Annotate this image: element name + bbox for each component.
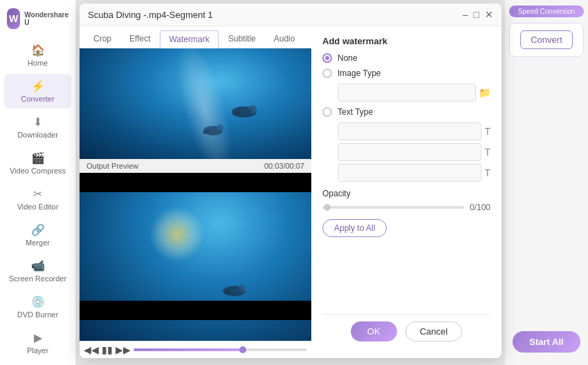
video-controls: ◀◀ ▮▮ ▶▶ [80, 341, 311, 358]
text-inputs-group: T T T [338, 122, 490, 182]
video-section: Crop Effect Watermark Subtitle Audio [80, 26, 311, 358]
option-none-label: None [338, 53, 358, 63]
image-input-row: 📁 [338, 84, 490, 102]
option-text-label: Text Type [338, 107, 373, 117]
pause-button[interactable]: ▮▮ [102, 344, 113, 355]
sidebar-item-video-compress[interactable]: 🎬 Video Compress [4, 146, 71, 180]
cancel-button[interactable]: Cancel [405, 321, 462, 341]
output-scene [80, 173, 311, 341]
tab-subtitle[interactable]: Subtitle [220, 30, 264, 48]
skip-back-button[interactable]: ◀◀ [84, 344, 99, 355]
logo-icon: W [7, 8, 20, 29]
settings-section: Add watermark None Image Type [311, 26, 502, 358]
timecode: 00:03/00:07 [264, 162, 304, 170]
sidebar-item-label: Downloader [17, 131, 58, 139]
dialog-controls: – □ ✕ [463, 9, 493, 20]
text-input-row-2: T [338, 143, 490, 161]
tab-effect[interactable]: Effect [121, 30, 158, 48]
text-input-row-3: T [338, 164, 490, 182]
tab-watermark[interactable]: Watermark [160, 30, 218, 48]
tab-crop[interactable]: Crop [85, 30, 120, 48]
video-editor-icon: ✂ [33, 187, 42, 200]
opacity-section: Opacity 0/100 [322, 189, 490, 212]
opacity-value: 0/100 [470, 203, 490, 212]
player-icon: ▶ [34, 331, 42, 344]
sidebar-item-video-editor[interactable]: ✂ Video Editor [4, 182, 71, 216]
convert-button[interactable]: Convert [520, 30, 573, 49]
start-all-button[interactable]: Start All [513, 331, 580, 353]
option-none-row: None [322, 53, 490, 63]
sidebar-item-toolbox[interactable]: 🧰 Toolbox [4, 362, 71, 365]
dialog: Scuba Diving -.mp4-Segment 1 – □ ✕ Crop [80, 3, 502, 358]
sidebar-item-label: Player [27, 346, 48, 355]
dialog-body: Crop Effect Watermark Subtitle Audio [80, 26, 502, 358]
option-image-label: Image Type [338, 68, 380, 78]
opacity-label: Opacity [322, 189, 490, 198]
apply-all-button[interactable]: Apply to All [322, 219, 387, 237]
dialog-title: Scuba Diving -.mp4-Segment 1 [88, 10, 213, 20]
output-light [149, 207, 205, 262]
folder-icon[interactable]: 📁 [479, 87, 490, 98]
dialog-overlay: Scuba Diving -.mp4-Segment 1 – □ ✕ Crop [76, 0, 505, 365]
output-label-bar: Output Preview 00:03/00:07 [80, 159, 311, 173]
sidebar-item-label: Video Editor [17, 203, 59, 211]
maximize-icon[interactable]: □ [474, 9, 479, 20]
text-input-1[interactable] [338, 122, 481, 140]
sidebar: W Wondershare U 🏠 Home ⚡ Converter ⬇ Dow… [0, 0, 76, 365]
dialog-footer: OK Cancel [322, 314, 490, 348]
option-image-row: Image Type [322, 68, 490, 78]
output-preview-label: Output Preview [86, 162, 138, 170]
sidebar-item-dvd-burner[interactable]: 💿 DVD Burner [4, 290, 71, 324]
tabs: Crop Effect Watermark Subtitle Audio [80, 26, 311, 48]
progress-bar[interactable] [134, 348, 307, 351]
sidebar-item-label: Converter [21, 95, 54, 103]
radio-text[interactable] [322, 107, 332, 117]
opacity-row: 0/100 [322, 203, 490, 212]
home-icon: 🏠 [31, 44, 45, 57]
skip-forward-button[interactable]: ▶▶ [116, 344, 131, 355]
convert-box: Convert [509, 23, 584, 57]
minimize-icon[interactable]: – [463, 9, 468, 20]
app-logo: W Wondershare U [0, 0, 75, 37]
text-format-icon-1[interactable]: T [484, 126, 490, 137]
image-path-input[interactable] [338, 84, 476, 102]
progress-fill [134, 348, 246, 351]
output-diver-icon [215, 278, 253, 304]
sidebar-item-label: Video Compress [10, 167, 66, 175]
sidebar-item-label: Screen Recorder [9, 274, 66, 283]
radio-none[interactable] [322, 53, 332, 63]
svg-point-5 [217, 124, 223, 131]
sidebar-item-home[interactable]: 🏠 Home [4, 38, 71, 73]
tab-audio[interactable]: Audio [266, 30, 304, 48]
sidebar-item-downloader[interactable]: ⬇ Downloader [4, 110, 71, 144]
sidebar-item-player[interactable]: ▶ Player [4, 326, 71, 360]
text-format-icon-2[interactable]: T [484, 147, 490, 158]
sidebar-item-merger[interactable]: 🔗 Merger [4, 218, 71, 252]
sidebar-item-label: Home [28, 59, 48, 67]
sidebar-item-label: DVD Burner [17, 310, 58, 319]
option-text-row: Text Type [322, 107, 490, 117]
converter-icon: ⚡ [31, 79, 45, 93]
sidebar-item-label: Merger [26, 238, 50, 247]
ok-button[interactable]: OK [351, 321, 397, 341]
main-area: Scuba Diving -.mp4-Segment 1 – □ ✕ Crop [76, 0, 505, 365]
black-border-bottom [80, 301, 311, 320]
sidebar-item-screen-recorder[interactable]: 📹 Screen Recorder [4, 254, 71, 288]
text-input-2[interactable] [338, 143, 481, 161]
video-output [80, 173, 311, 341]
radio-image[interactable] [322, 68, 332, 78]
text-input-row-1: T [338, 122, 490, 140]
text-format-icon-3[interactable]: T [484, 167, 490, 178]
dialog-titlebar: Scuba Diving -.mp4-Segment 1 – □ ✕ [80, 3, 502, 26]
screen-recorder-icon: 📹 [31, 259, 45, 272]
progress-thumb[interactable] [239, 346, 246, 353]
close-icon[interactable]: ✕ [485, 9, 493, 20]
video-preview [80, 48, 311, 159]
sidebar-item-converter[interactable]: ⚡ Converter [4, 74, 71, 109]
opacity-thumb[interactable] [324, 204, 331, 211]
text-input-3[interactable] [338, 164, 481, 182]
merger-icon: 🔗 [31, 223, 45, 236]
diver2-icon [196, 118, 230, 142]
downloader-icon: ⬇ [33, 115, 42, 129]
opacity-slider[interactable] [322, 206, 464, 209]
